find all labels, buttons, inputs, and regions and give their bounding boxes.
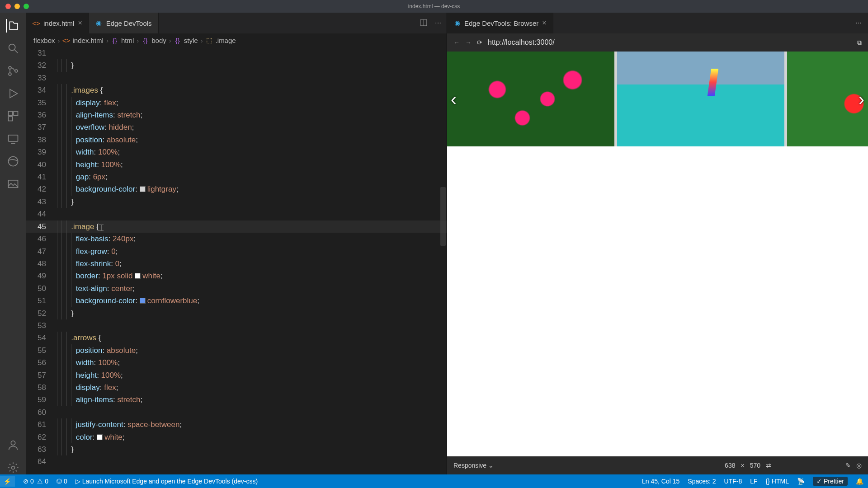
code-line[interactable]: 52 } xyxy=(26,307,447,319)
notifications-icon[interactable]: 🔔 xyxy=(856,478,863,485)
breadcrumb-item[interactable]: style xyxy=(184,37,198,44)
code-line[interactable]: 61 justify-content: space-between; xyxy=(26,418,447,431)
encoding-status[interactable]: UTF-8 xyxy=(724,478,742,485)
maximize-window-button[interactable] xyxy=(24,4,29,9)
code-line[interactable]: 56 width: 100%; xyxy=(26,357,447,369)
code-line[interactable]: 36 align-items: stretch; xyxy=(26,109,447,121)
tab-edge-devtools[interactable]: ◉ Edge DevTools xyxy=(89,13,159,33)
window-title: index.html — dev-css xyxy=(408,3,460,9)
code-line[interactable]: 64 xyxy=(26,455,447,468)
code-line[interactable]: 50 text-align: center; xyxy=(26,282,447,295)
language-mode[interactable]: {} HTML xyxy=(766,478,789,485)
viewport-width[interactable]: 638 xyxy=(725,462,735,469)
close-window-button[interactable] xyxy=(5,4,11,9)
code-line[interactable]: 55 position: absolute; xyxy=(26,344,447,357)
edge-tools-icon[interactable] xyxy=(6,155,20,168)
code-line[interactable]: 53 xyxy=(26,319,447,332)
code-line[interactable]: 59 align-items: stretch; xyxy=(26,394,447,406)
code-editor[interactable]: 3132 }3334 .images {35 display: flex;36 … xyxy=(26,47,447,474)
close-tab-icon[interactable]: × xyxy=(542,19,546,27)
forward-button[interactable]: → xyxy=(465,39,472,46)
editor-tabs: <> index.html × ◉ Edge DevTools ⋯ xyxy=(26,13,447,33)
account-icon[interactable] xyxy=(6,438,20,452)
back-button[interactable]: ← xyxy=(453,39,460,46)
extensions-icon[interactable] xyxy=(6,109,20,123)
dimension-separator: × xyxy=(741,462,744,469)
indentation-status[interactable]: Spaces: 2 xyxy=(688,478,716,485)
code-line[interactable]: 44 xyxy=(26,208,447,220)
preview-viewport[interactable]: ‹ › xyxy=(447,52,868,456)
launch-edge-status[interactable]: ▷ Launch Microsoft Edge and open the Edg… xyxy=(75,478,258,485)
settings-gear-icon[interactable] xyxy=(6,461,20,474)
code-line[interactable]: 32 } xyxy=(26,59,447,71)
edge-icon: ◉ xyxy=(453,19,461,27)
reload-button[interactable]: ⟳ xyxy=(477,39,482,46)
remote-indicator[interactable]: ⚡ xyxy=(0,476,15,487)
errors-count[interactable]: ⊘ 0 ⚠ 0 xyxy=(23,478,48,485)
cursor-position[interactable]: Ln 45, Col 15 xyxy=(642,478,679,485)
rotate-icon[interactable]: ⇄ xyxy=(766,462,771,469)
url-bar[interactable]: http://localhost:3000/ xyxy=(488,38,852,47)
image-icon[interactable] xyxy=(6,177,20,191)
tab-index-html[interactable]: <> index.html × xyxy=(26,13,89,33)
code-line[interactable]: 40 height: 100%; xyxy=(26,159,447,171)
code-line[interactable]: 46 flex-basis: 240px; xyxy=(26,233,447,245)
split-editor-icon[interactable] xyxy=(420,19,428,28)
breadcrumb-item[interactable]: body xyxy=(151,37,166,44)
minimize-window-button[interactable] xyxy=(14,4,20,9)
code-line[interactable]: 54 .arrows { xyxy=(26,332,447,344)
breadcrumb-item[interactable]: flexbox xyxy=(33,37,55,44)
prev-arrow-icon[interactable]: ‹ xyxy=(451,90,457,109)
breadcrumb-item[interactable]: .image xyxy=(216,37,236,44)
open-external-icon[interactable]: ⧉ xyxy=(857,39,862,47)
vertical-scrollbar[interactable] xyxy=(439,47,447,474)
status-bar: ⚡ ⊘ 0 ⚠ 0 ⛁ 0 ▷ Launch Microsoft Edge an… xyxy=(0,474,868,488)
eol-status[interactable]: LF xyxy=(750,478,757,485)
breadcrumb[interactable]: flexbox› <> index.html› {} html› {} body… xyxy=(26,33,447,47)
next-arrow-icon[interactable]: › xyxy=(859,90,864,109)
prettier-status[interactable]: ✓ Prettier xyxy=(813,477,848,486)
browser-toolbar: ← → ⟳ http://localhost:3000/ ⧉ xyxy=(447,33,868,52)
code-line[interactable]: 47 flex-grow: 0; xyxy=(26,245,447,258)
code-line[interactable]: 51 background-color: cornflowerblue; xyxy=(26,295,447,307)
code-line[interactable]: 37 overflow: hidden; xyxy=(26,121,447,133)
code-line[interactable]: 42 background-color: lightgray; xyxy=(26,183,447,195)
code-line[interactable]: 60 xyxy=(26,406,447,418)
inspect-icon[interactable]: ✎ xyxy=(845,462,851,469)
code-line[interactable]: 31 xyxy=(26,47,447,59)
code-line[interactable]: 34 .images { xyxy=(26,84,447,96)
breadcrumb-item[interactable]: index.html xyxy=(73,37,104,44)
screencast-icon[interactable]: ◎ xyxy=(856,462,862,469)
code-line[interactable]: 45 .image {⌶ xyxy=(26,221,447,233)
code-line[interactable]: 49 border: 1px solid white; xyxy=(26,270,447,282)
code-line[interactable]: 35 display: flex; xyxy=(26,97,447,109)
device-toolbar: Responsive ⌄ 638 × 570 ⇄ ✎ ◎ xyxy=(447,456,868,474)
code-line[interactable]: 38 position: absolute; xyxy=(26,134,447,146)
code-line[interactable]: 48 flex-shrink: 0; xyxy=(26,258,447,270)
run-debug-icon[interactable] xyxy=(6,87,20,100)
tab-edge-browser[interactable]: ◉ Edge DevTools: Browser × xyxy=(447,13,553,33)
more-actions-icon[interactable]: ⋯ xyxy=(435,19,441,27)
svg-point-8 xyxy=(9,157,18,166)
code-line[interactable]: 63 } xyxy=(26,443,447,455)
code-line[interactable]: 33 xyxy=(26,72,447,84)
viewport-height[interactable]: 570 xyxy=(750,462,760,469)
code-line[interactable]: 41 gap: 6px; xyxy=(26,171,447,183)
code-line[interactable]: 57 height: 100%; xyxy=(26,369,447,381)
source-control-icon[interactable] xyxy=(6,64,20,78)
more-actions-icon[interactable]: ⋯ xyxy=(855,19,862,27)
ports-count[interactable]: ⛁ 0 xyxy=(57,478,67,485)
code-line[interactable]: 58 display: flex; xyxy=(26,381,447,394)
svg-rect-5 xyxy=(14,112,18,116)
explorer-icon[interactable] xyxy=(6,19,19,33)
close-tab-icon[interactable]: × xyxy=(78,19,82,27)
remote-icon[interactable] xyxy=(6,132,20,145)
breadcrumb-item[interactable]: html xyxy=(121,37,134,44)
search-icon[interactable] xyxy=(6,42,20,55)
code-line[interactable]: 62 color: white; xyxy=(26,431,447,443)
go-live-icon[interactable]: 📡 xyxy=(797,478,805,485)
code-line[interactable]: 43 } xyxy=(26,196,447,208)
code-line[interactable]: 39 width: 100%; xyxy=(26,146,447,158)
preview-image xyxy=(617,52,784,146)
device-mode-select[interactable]: Responsive ⌄ xyxy=(453,462,494,469)
